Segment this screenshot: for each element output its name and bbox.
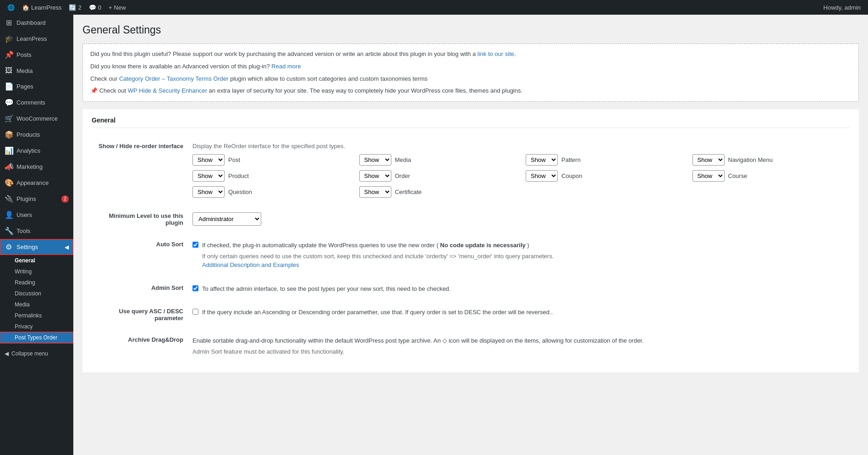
show-order-select[interactable]: ShowHide — [359, 170, 391, 182]
show-question-select[interactable]: ShowHide — [192, 186, 225, 198]
menu-label-comments: Comments — [16, 99, 45, 106]
min-level-label: Minimum Level to use this plugin — [92, 205, 192, 233]
users-icon: 👤 — [5, 211, 13, 219]
menu-item-users[interactable]: 👤 Users — [0, 207, 73, 223]
notice-line3: Check our Category Order – Taxonomy Term… — [90, 74, 851, 84]
query-asc-description: If the query include an Ascending or Des… — [202, 308, 553, 317]
general-settings-section: General Show / Hide re-order interface D… — [82, 109, 859, 372]
notice-category-order-link[interactable]: Category Order – Taxonomy Terms Order — [119, 75, 229, 82]
show-nav-menu: ShowHide Navigation Menu — [692, 154, 850, 166]
menu-item-settings[interactable]: ⚙ Settings ◀ — [0, 239, 73, 255]
menu-label-dashboard: Dashboard — [16, 19, 46, 26]
settings-icon: ⚙ — [5, 243, 13, 251]
query-asc-checkbox[interactable] — [192, 309, 198, 315]
adminbar-comments[interactable]: 💬 0 — [85, 0, 105, 15]
admin-sort-cell: To affect the admin interface, to see th… — [192, 277, 850, 301]
comments-nav-icon: 💬 — [5, 98, 13, 107]
show-question: ShowHide Question — [192, 186, 350, 198]
collapse-menu-button[interactable]: ◀ Collapse menu — [0, 347, 73, 361]
section-general-title: General — [92, 109, 850, 128]
submenu-item-post-types-order[interactable]: Post Types Order — [0, 332, 73, 343]
auto-sort-desc-text: If checked, the plug-in automatically up… — [202, 242, 529, 249]
menu-label-learnpress: LearnPress — [16, 35, 47, 42]
show-media-select[interactable]: ShowHide — [359, 154, 391, 166]
submenu-item-discussion[interactable]: Discussion — [0, 288, 73, 299]
media-type-label: Media — [395, 156, 411, 163]
plugins-badge: 2 — [61, 195, 69, 203]
notice-box: Did you find this plugin useful? Please … — [82, 44, 859, 102]
show-course-select[interactable]: ShowHide — [692, 170, 725, 182]
pattern-label: Pattern — [561, 156, 581, 163]
auto-sort-link[interactable]: Additional Description and Examples — [202, 261, 299, 268]
collapse-label: Collapse menu — [11, 350, 48, 357]
menu-item-posts[interactable]: 📌 Posts — [0, 47, 73, 63]
show-pattern-select[interactable]: ShowHide — [526, 154, 558, 166]
menu-item-learnpress[interactable]: 🎓 LearnPress — [0, 31, 73, 47]
notice-line1: Did you find this plugin useful? Please … — [90, 50, 851, 59]
show-certificate: ShowHide Certificate — [359, 186, 517, 198]
post-label: Post — [228, 156, 240, 163]
menu-item-pages[interactable]: 📄 Pages — [0, 78, 73, 94]
submenu-item-reading[interactable]: Reading — [0, 277, 73, 288]
menu-item-media[interactable]: 🖼 Media — [0, 63, 73, 78]
notice-wphide-link[interactable]: WP Hide & Security Enhancer — [128, 87, 207, 94]
menu-label-users: Users — [16, 211, 32, 218]
pages-icon: 📄 — [5, 82, 13, 91]
dashboard-icon: ⊞ — [5, 18, 13, 27]
query-asc-cell: If the query include an Ascending or Des… — [192, 300, 850, 329]
menu-item-products[interactable]: 📦 Products — [0, 127, 73, 143]
adminbar-new[interactable]: + New — [105, 0, 130, 15]
submenu-item-media[interactable]: Media — [0, 299, 73, 310]
menu-item-woocommerce[interactable]: 🛒 WooCommerce — [0, 111, 73, 127]
admin-sort-label: Admin Sort — [92, 277, 192, 301]
show-coupon-select[interactable]: ShowHide — [526, 170, 558, 182]
show-order: ShowHide Order — [359, 170, 517, 182]
notice-site-link[interactable]: link to our site — [478, 50, 514, 57]
menu-label-media: Media — [16, 67, 33, 74]
archive-drag-diamond-icon: ◇ — [442, 337, 449, 344]
menu-item-marketing[interactable]: 📣 Marketing — [0, 159, 73, 175]
appearance-icon: 🎨 — [5, 178, 13, 187]
show-certificate-select[interactable]: ShowHide — [359, 186, 391, 198]
submenu-item-permalinks[interactable]: Permalinks — [0, 310, 73, 321]
question-label: Question — [228, 189, 252, 195]
posts-icon: 📌 — [5, 50, 13, 59]
adminbar-user[interactable]: Howdy, admin — [820, 0, 864, 15]
adminbar-wp-icon[interactable]: 🌐 — [4, 0, 18, 15]
show-hide-desc: Display the ReOrder interface for the sp… — [192, 143, 850, 150]
menu-item-plugins[interactable]: 🔌 Plugins 2 — [0, 191, 73, 207]
min-level-cell: Administrator Editor Author Contributor … — [192, 205, 850, 233]
menu-item-dashboard[interactable]: ⊞ Dashboard — [0, 15, 73, 31]
show-nav-menu-select[interactable]: ShowHide — [692, 154, 725, 166]
query-asc-row: Use query ASC / DESC parameter If the qu… — [92, 300, 850, 329]
adminbar-updates[interactable]: 🔄 2 — [65, 0, 85, 15]
auto-sort-label: Auto Sort — [92, 233, 192, 277]
show-product: ShowHide Product — [192, 170, 350, 182]
submenu-item-general[interactable]: General — [0, 255, 73, 266]
menu-item-analytics[interactable]: 📊 Analytics — [0, 143, 73, 159]
product-label: Product — [228, 172, 249, 179]
auto-sort-checkbox[interactable] — [192, 242, 198, 248]
menu-label-woocommerce: WooCommerce — [16, 115, 58, 122]
submenu-item-writing[interactable]: Writing — [0, 266, 73, 277]
learnpress-icon: 🎓 — [5, 34, 13, 43]
adminbar-site-name[interactable]: 🏠 LearnPress — [18, 0, 65, 15]
notice-readmore-link[interactable]: Read more — [271, 63, 301, 70]
auto-sort-checkbox-row: If checked, the plug-in automatically up… — [192, 241, 850, 270]
menu-item-tools[interactable]: 🔧 Tools — [0, 223, 73, 239]
woocommerce-icon: 🛒 — [5, 114, 13, 123]
menu-label-settings: Settings — [16, 244, 38, 250]
content-wrap: General Settings Did you find this plugi… — [82, 24, 859, 372]
menu-item-comments[interactable]: 💬 Comments — [0, 94, 73, 111]
min-level-select[interactable]: Administrator Editor Author Contributor … — [192, 212, 261, 226]
submenu-item-privacy[interactable]: Privacy — [0, 321, 73, 332]
collapse-icon: ◀ — [5, 350, 9, 357]
admin-sort-checkbox[interactable] — [192, 285, 198, 291]
products-icon: 📦 — [5, 130, 13, 139]
show-post-select[interactable]: ShowHide — [192, 154, 225, 166]
menu-item-appearance[interactable]: 🎨 Appearance — [0, 175, 73, 191]
menu-label-plugins: Plugins — [16, 195, 36, 202]
show-product-select[interactable]: ShowHide — [192, 170, 225, 182]
settings-table: Show / Hide re-order interface Display t… — [92, 135, 850, 363]
comments-icon: 💬 — [89, 4, 96, 11]
